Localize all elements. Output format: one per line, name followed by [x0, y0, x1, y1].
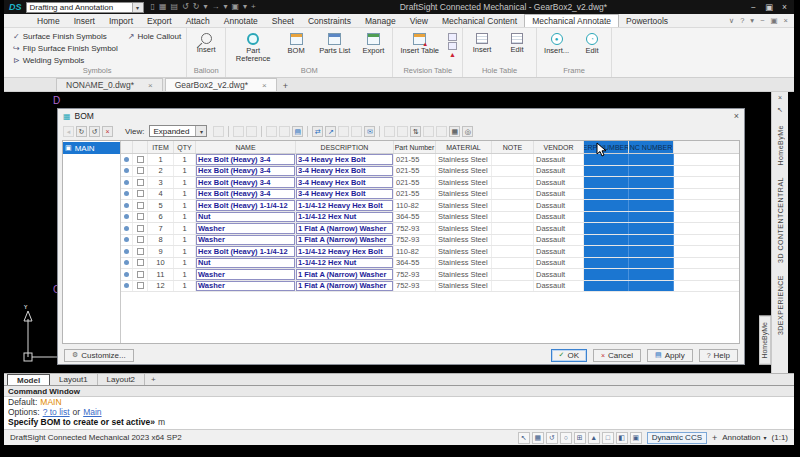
column-header[interactable]: DESCRIPTION — [296, 141, 394, 153]
name-cell[interactable]: Washer — [196, 281, 296, 292]
status-toggle-icon[interactable]: □ — [602, 432, 614, 444]
dialog-toolbar-button[interactable] — [338, 126, 349, 137]
item-cell[interactable]: 9 — [148, 246, 174, 257]
quick-access-icon[interactable]: → — [211, 3, 219, 11]
name-cell[interactable]: Hex Bolt (Heavy) 1-1/4-12 — [196, 200, 296, 211]
quick-access-icon[interactable]: ▤ — [170, 3, 178, 11]
qty-cell[interactable]: 1 — [174, 281, 196, 292]
table-row[interactable]: 9 1 Hex Bolt (Heavy) 1-1/4-12 1-1/4-12 H… — [121, 246, 739, 258]
table-row[interactable]: 5 1 Hex Bolt (Heavy) 1-1/4-12 1-1/4-12 H… — [121, 200, 739, 212]
titlebar-utility-icon[interactable]: ∨ — [729, 16, 735, 25]
dialog-toolbar-button[interactable] — [213, 126, 224, 137]
name-cell[interactable]: Washer — [196, 269, 296, 280]
material-cell[interactable]: Stainless Steel — [436, 166, 492, 177]
note-cell[interactable] — [492, 269, 534, 280]
help-button[interactable]: ? Help — [699, 349, 738, 362]
nc-number-cell-selected[interactable] — [629, 281, 674, 292]
vendor-cell[interactable]: Dassault — [534, 281, 584, 292]
vendor-cell[interactable]: Dassault — [534, 166, 584, 177]
quick-access-icon[interactable]: ▾ — [203, 3, 207, 11]
part-number-cell[interactable]: 752-93 — [394, 235, 436, 246]
description-cell[interactable]: 3-4 Heavy Hex Bolt — [296, 166, 394, 177]
qty-cell[interactable]: 1 — [174, 189, 196, 200]
item-cell[interactable]: 10 — [148, 258, 174, 269]
command-window[interactable]: Command Window Default: MAIN Options: ? … — [4, 385, 794, 429]
table-row[interactable]: 2 1 Hex Bolt (Heavy) 3-4 3-4 Heavy Hex B… — [121, 166, 739, 178]
quick-access-icon[interactable]: ▾ — [223, 3, 227, 11]
layout-tab[interactable]: Layout1 — [50, 374, 97, 385]
qty-cell[interactable]: 1 — [174, 258, 196, 269]
material-cell[interactable]: Stainless Steel — [436, 258, 492, 269]
dialog-title-bar[interactable]: ▦ BOM × — [58, 109, 744, 123]
material-cell[interactable]: Stainless Steel — [436, 189, 492, 200]
dialog-toolbar-button[interactable]: ⇅ — [410, 126, 421, 137]
material-cell[interactable]: Stainless Steel — [436, 212, 492, 223]
export-button[interactable]: Export — [359, 30, 387, 65]
vendor-cell[interactable]: Dassault — [534, 246, 584, 257]
note-cell[interactable] — [492, 189, 534, 200]
table-row[interactable]: 1 1 Hex Bolt (Heavy) 3-4 3-4 Heavy Hex B… — [121, 154, 739, 166]
part-number-cell[interactable]: 110-82 — [394, 200, 436, 211]
apply-button[interactable]: ▤ Apply — [647, 349, 693, 362]
dialog-toolbar-button[interactable]: ↗ — [325, 126, 336, 137]
part-number-cell[interactable]: 110-82 — [394, 246, 436, 257]
ribbon-tab[interactable]: Mechanical Annotate — [524, 14, 619, 27]
description-cell[interactable]: 1-1/4-12 Heavy Hex Bolt — [296, 200, 394, 211]
part-number-cell[interactable]: 752-93 — [394, 223, 436, 234]
row-checkbox[interactable] — [133, 166, 148, 177]
dialog-toolbar-button[interactable] — [266, 126, 277, 137]
nc-number-cell-selected[interactable] — [629, 189, 674, 200]
qty-cell[interactable]: 1 — [174, 212, 196, 223]
table-row[interactable]: 12 1 Washer 1 Flat A (Narrow) Washer 752… — [121, 281, 739, 293]
command-typed-input[interactable]: m — [158, 417, 165, 427]
note-cell[interactable] — [492, 200, 534, 211]
note-cell[interactable] — [492, 223, 534, 234]
insert-revision-table-button[interactable]: Insert Table — [398, 30, 441, 65]
vendor-cell[interactable]: Dassault — [534, 269, 584, 280]
qty-cell[interactable]: 1 — [174, 166, 196, 177]
quick-access-icon[interactable]: ▯ — [151, 3, 155, 11]
titlebar-utility-icon[interactable]: ? — [740, 16, 744, 25]
dialog-toolbar-button[interactable] — [233, 126, 244, 137]
row-checkbox[interactable] — [133, 223, 148, 234]
layout-tab[interactable]: Model — [7, 374, 50, 385]
note-cell[interactable] — [492, 258, 534, 269]
qty-cell[interactable]: 1 — [174, 177, 196, 188]
palette-tab-homebyme[interactable]: HomeByMe — [759, 316, 771, 365]
part-number-cell[interactable]: 364-55 — [394, 258, 436, 269]
layout-tab[interactable]: Layout2 — [98, 374, 145, 385]
ribbon-tab[interactable]: Insert — [67, 14, 102, 27]
nc-number-cell-selected[interactable] — [629, 258, 674, 269]
item-cell[interactable]: 7 — [148, 223, 174, 234]
status-toggle-icon[interactable]: ▣ — [630, 432, 642, 444]
hole-table-edit-button[interactable]: Edit — [503, 30, 531, 65]
note-cell[interactable] — [492, 212, 534, 223]
qty-cell[interactable]: 1 — [174, 200, 196, 211]
chevron-down-icon[interactable]: ▾ — [195, 126, 206, 136]
column-header[interactable]: Part Number — [394, 141, 436, 153]
item-cell[interactable]: 3 — [148, 177, 174, 188]
bom-button[interactable]: BOM — [282, 30, 310, 65]
column-header[interactable]: ITEM — [148, 141, 174, 153]
quick-access-icon[interactable]: ↺ — [182, 3, 189, 11]
ribbon-button-hole-callout[interactable]: ↗ Hole Callout — [128, 32, 181, 41]
part-number-cell[interactable]: 364-55 — [394, 212, 436, 223]
description-cell[interactable]: 3-4 Heavy Hex Bolt — [296, 189, 394, 200]
titlebar-utility-icon[interactable]: × — [784, 16, 788, 25]
quick-access-icon[interactable]: ▦ — [159, 3, 167, 11]
qty-cell[interactable]: 1 — [174, 235, 196, 246]
window-control-button[interactable]: ▣ — [765, 2, 773, 12]
document-tab[interactable]: GearBox2_v2.dwg* × — [165, 78, 277, 91]
item-cell[interactable]: 6 — [148, 212, 174, 223]
row-checkbox[interactable] — [133, 281, 148, 292]
ribbon-button[interactable]: ✓ Surface Finish Symbols — [13, 32, 118, 41]
dialog-toolbar-button[interactable] — [397, 126, 408, 137]
table-row[interactable]: 11 1 Washer 1 Flat A (Narrow) Washer 752… — [121, 269, 739, 281]
material-cell[interactable]: Stainless Steel — [436, 235, 492, 246]
dialog-toolbar-button[interactable] — [246, 126, 257, 137]
row-checkbox[interactable] — [133, 258, 148, 269]
dialog-toolbar-button[interactable] — [379, 126, 380, 137]
table-row[interactable]: 4 1 Hex Bolt (Heavy) 3-4 3-4 Heavy Hex B… — [121, 189, 739, 201]
ribbon-tab[interactable]: Constraints — [301, 14, 358, 27]
column-header[interactable]: MATERIAL — [436, 141, 492, 153]
